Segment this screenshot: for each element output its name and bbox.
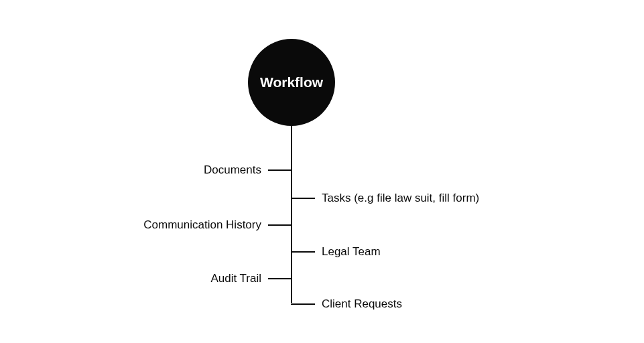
workflow-root-label: Workflow <box>260 74 323 90</box>
branch-audit-trail: Audit Trail <box>204 272 292 285</box>
branch-tasks: Tasks (e.g file law suit, fill form) <box>291 192 486 205</box>
branch-tick <box>268 169 292 171</box>
branch-label-legal-team: Legal Team <box>315 245 387 259</box>
branch-label-client-requests: Client Requests <box>315 297 409 311</box>
branch-tick <box>291 251 315 253</box>
branch-legal-team: Legal Team <box>291 245 387 259</box>
branch-tick <box>291 303 315 305</box>
branch-tick <box>268 278 292 279</box>
branch-label-tasks: Tasks (e.g file law suit, fill form) <box>315 192 486 205</box>
branch-tick <box>291 198 315 199</box>
workflow-root-node: Workflow <box>248 39 335 126</box>
branch-label-audit-trail: Audit Trail <box>204 272 268 285</box>
branch-label-documents: Documents <box>197 163 268 177</box>
branch-tick <box>268 224 292 226</box>
branch-client-requests: Client Requests <box>291 297 409 311</box>
branch-documents: Documents <box>197 163 292 177</box>
branch-communication-history: Communication History <box>137 218 292 232</box>
branch-label-communication-history: Communication History <box>137 218 268 232</box>
